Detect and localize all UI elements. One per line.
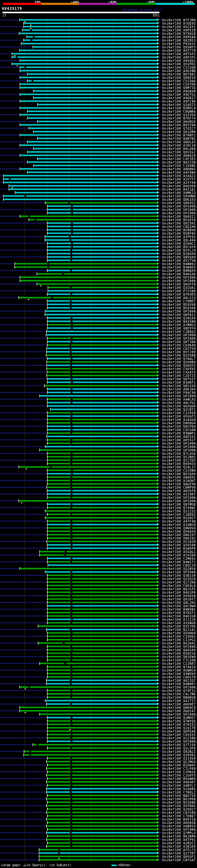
hit-label[interactable]: UniRef100_A8AEH1 (162, 476, 196, 479)
hit-label[interactable]: UniRef100_Q1LVF8 (162, 747, 196, 750)
hit-bar[interactable] (48, 595, 157, 596)
hit-bar[interactable] (48, 324, 157, 326)
hit-bar[interactable] (21, 87, 157, 88)
hit-label[interactable]: UniRef100_Q9SNY3 (162, 45, 196, 49)
hit-label[interactable]: UniRef100_Q0DES4 (162, 76, 196, 80)
hit-label[interactable]: UniRef100_Q2IHJ0 (162, 577, 196, 581)
hit-label[interactable]: UniRef100_C5Z3Q8 (162, 66, 196, 69)
hit-label[interactable]: UniRef100_B9XYI8 (162, 818, 196, 821)
hit-label[interactable]: UniRef100_B9M8X9 (162, 269, 196, 273)
hit-label[interactable]: UniRef100_B3N4D3 (162, 266, 196, 269)
hit-bar[interactable] (48, 232, 157, 234)
hit-label[interactable]: UniRef100_Q7T156 (162, 743, 196, 747)
hit-label[interactable]: UniRef100_C8UCZ4 (162, 564, 196, 567)
hit-label[interactable]: UniRef100_A7FL73 (162, 848, 196, 852)
hit-bar[interactable] (34, 90, 157, 92)
hit-label[interactable]: UniRef100_A5GQG1 (162, 550, 196, 554)
hit-bar[interactable] (48, 212, 157, 214)
hit-label[interactable]: UniRef100_B3YLJ4 (162, 249, 196, 252)
hit-label[interactable]: UniRef100_C3JPE8 (162, 411, 196, 415)
hit-label[interactable]: UniRef100_Q8DL63 (162, 141, 196, 144)
hit-bar[interactable] (34, 148, 157, 149)
hit-bar[interactable] (47, 487, 157, 488)
hit-label[interactable]: UniRef100_Q26H27 (162, 808, 196, 811)
hit-bar[interactable] (48, 206, 157, 207)
hit-bar[interactable] (47, 365, 157, 366)
hit-bar[interactable] (28, 117, 157, 119)
hit-bar[interactable] (47, 812, 157, 813)
hit-label[interactable]: UniRef100_C5V7H9 (162, 83, 196, 86)
hit-bar[interactable] (38, 121, 157, 122)
hit-bar[interactable] (48, 300, 157, 302)
hit-label[interactable]: UniRef100_B9YZ90 (162, 123, 196, 127)
hit-label[interactable]: UniRef100_A8DJK4 (162, 388, 196, 391)
hit-bar[interactable] (48, 822, 157, 823)
hit-label[interactable]: UniRef100_A3W0V9 (162, 672, 196, 676)
hit-bar[interactable] (4, 175, 157, 177)
hit-label[interactable]: UniRef100_A0KMA5 (162, 167, 196, 171)
hit-bar[interactable] (47, 368, 157, 370)
hit-bar[interactable] (48, 429, 157, 430)
hit-label[interactable]: UniRef100_B4N0K7 (162, 682, 196, 686)
hit-label[interactable]: UniRef100_Q9VMW9 (162, 195, 196, 198)
hit-label[interactable]: UniRef100_B4WS71 (162, 560, 196, 564)
hit-label[interactable]: UniRef100_Q0S5G2 (162, 151, 196, 154)
hit-label[interactable]: UniRef100_Q28GX4 (162, 316, 196, 320)
hit-bar[interactable] (48, 246, 157, 248)
hit-bar[interactable] (48, 490, 157, 491)
hit-label[interactable]: UniRef100_C3JXN9 (162, 469, 196, 472)
hit-label[interactable]: UniRef100_UPI000.. (162, 713, 197, 716)
hit-bar[interactable] (34, 744, 157, 745)
hit-bar[interactable] (28, 73, 157, 75)
hit-label[interactable]: UniRef100_B4D1U8 (162, 615, 196, 618)
hit-bar[interactable] (48, 690, 157, 691)
hit-bar[interactable] (48, 649, 157, 651)
hit-label[interactable]: UniRef100_Q06952 (162, 202, 196, 205)
hit-bar[interactable] (47, 680, 157, 681)
hit-label[interactable]: UniRef100_UPI000.. (162, 448, 197, 452)
hit-label[interactable]: UniRef100_Q85339 (162, 384, 196, 388)
hit-bar[interactable] (48, 757, 157, 759)
hit-label[interactable]: UniRef100_A9PEA0 (162, 35, 196, 39)
hit-bar[interactable] (21, 277, 157, 278)
hit-label[interactable]: UniRef100_Q0T380 (162, 340, 196, 344)
hit-bar[interactable] (47, 791, 157, 793)
hit-label[interactable]: UniRef100_UPI000.. (162, 445, 197, 448)
hit-label[interactable]: UniRef100_A4TF48 (162, 520, 196, 523)
hit-bar[interactable] (34, 97, 157, 98)
hit-label[interactable]: UniRef100_Q3ZBY8 (162, 567, 196, 570)
hit-bar[interactable] (21, 155, 157, 156)
hit-label[interactable]: UniRef100_B5Z6B0 (162, 801, 196, 804)
hit-bar[interactable] (47, 361, 157, 363)
hit-bar[interactable] (40, 859, 157, 861)
hit-bar[interactable] (48, 591, 157, 593)
hit-bar[interactable] (48, 222, 157, 224)
hit-label[interactable]: UniRef100_Q70AL7 (162, 357, 196, 361)
hit-bar[interactable] (28, 111, 157, 112)
hit-label[interactable]: UniRef100_B6TA81 (162, 73, 196, 76)
hit-label[interactable]: UniRef100_A7QE03 (162, 22, 196, 25)
hit-bar[interactable] (20, 710, 157, 712)
hit-bar[interactable] (48, 829, 157, 830)
hit-bar[interactable] (48, 622, 157, 623)
hit-label[interactable]: UniRef100_Q0ZR53 (162, 39, 196, 42)
hit-bar[interactable] (48, 659, 157, 661)
hit-bar[interactable] (48, 456, 157, 458)
hit-bar[interactable] (48, 737, 157, 739)
hit-label[interactable]: UniRef100_C3JRR7 (162, 662, 196, 665)
hit-label[interactable]: UniRef100_Q2JMG9 (162, 760, 196, 764)
hit-bar[interactable] (48, 398, 157, 400)
hit-label[interactable]: UniRef100_B4SX80 (162, 320, 196, 323)
hit-label[interactable]: UniRef100_B9XWR9 (162, 777, 196, 780)
hit-label[interactable]: UniRef100_B7KF74 (162, 117, 196, 120)
hit-label[interactable]: UniRef100_B9NVN1 (162, 608, 196, 611)
hit-label[interactable]: UniRef100_UPI000.. (162, 279, 197, 283)
hit-label[interactable]: UniRef100_C6E0L8 (162, 584, 196, 588)
hit-label[interactable]: UniRef100_A2V7Y7 (162, 178, 196, 181)
hit-bar[interactable] (47, 334, 157, 336)
hit-bar[interactable] (27, 36, 157, 37)
hit-bar[interactable] (46, 571, 157, 573)
hit-label[interactable]: UniRef100_B4UJP6 (162, 591, 196, 594)
hit-bar[interactable] (30, 127, 157, 129)
hit-bar[interactable] (48, 778, 157, 779)
